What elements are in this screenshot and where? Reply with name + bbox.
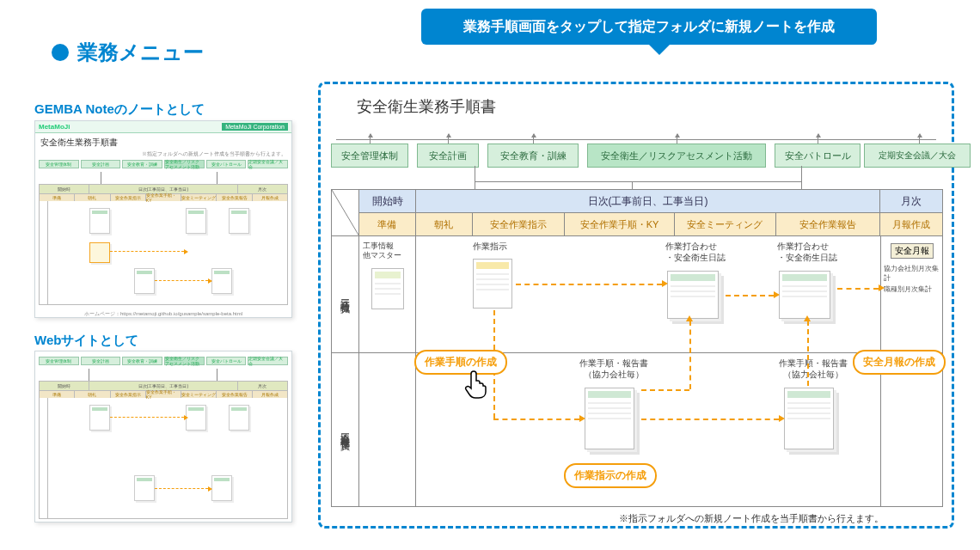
matrix-row-label: 協力会社ー職長・作業員 xyxy=(339,425,352,435)
matrix-sub-geppo: 月報作成 xyxy=(880,213,942,236)
matrix-sub-ky: 安全作業手順・KY xyxy=(565,213,675,236)
subtitle-gemba: GEMBA Noteのノートとして xyxy=(34,101,205,118)
matrix-row-label: 元請会社ー職員 xyxy=(339,291,352,297)
thumb-gemba-topbar: MetaMoJi MetaMoJi Corporation xyxy=(35,121,291,133)
tab-安全管理体制[interactable]: 安全管理体制 xyxy=(331,144,408,168)
thumb-connector xyxy=(35,369,291,381)
matrix-sub-chorei: 朝礼 xyxy=(416,213,473,236)
banner-callout-text: 業務手順画面をタップして指定フォルダに新規ノートを作成 xyxy=(463,18,835,36)
doc-作業指示[interactable] xyxy=(473,259,512,309)
svg-line-0 xyxy=(332,190,359,236)
mini-tab: 安全管理体制 xyxy=(39,357,79,365)
bubble-安全月報の作成[interactable]: 安全月報の作成 xyxy=(853,350,946,375)
mini-tab: 安全衛生／リスクアセスメント活動 xyxy=(164,357,205,365)
mini-tab: 定期安全会議／大会 xyxy=(248,357,288,365)
thumb-gemba-title: 安全衛生業務手順書 xyxy=(35,133,291,150)
mm-side xyxy=(40,398,48,518)
item-rep-label-2: 作業手順・報告書（協力会社毎） xyxy=(762,358,865,380)
matrix-row-motouke: 元請会社ー職員 工事情報他マスター 安全月報 協力会社別月次集計 職種別月次集計… xyxy=(332,236,942,353)
tab-安全教育訓練[interactable]: 安全教育・訓練 xyxy=(487,144,579,168)
mm-head: 月次 xyxy=(238,382,287,390)
item-uchi-label-2: 作業打合わせ・安全衛生日誌 xyxy=(777,241,837,263)
matrix-head-start: 開始時 xyxy=(359,190,416,213)
mini-tab: 安全衛生／リスクアセスメント活動 xyxy=(164,160,205,168)
mini-tab: 安全計画 xyxy=(81,160,121,168)
mm-sub: 安全作業報告 xyxy=(217,193,252,201)
mm-sub: 月報作成 xyxy=(253,390,287,398)
thumb-gemba-tabs: 安全管理体制 安全計画 安全教育・訓練 安全衛生／リスクアセスメント活動 安全パ… xyxy=(35,160,291,172)
footnote: ※指示フォルダへの新規ノート作成を当手順書から行えます。 xyxy=(619,512,954,543)
pointer-icon xyxy=(464,370,490,399)
doc-打合わせ1[interactable] xyxy=(667,271,719,319)
tab-安全パトロール[interactable]: 安全パトロール xyxy=(775,144,861,168)
item-geppo-line2: 職種別月次集計 xyxy=(881,283,942,296)
matrix-head-month: 月次 xyxy=(880,190,942,213)
mini-tab: 安全パトロール xyxy=(206,357,247,365)
tab-安全計画[interactable]: 安全計画 xyxy=(417,144,479,168)
subtitle-web: Webサイトとして xyxy=(34,333,138,349)
item-geppo-line1: 協力会社別月次集計 xyxy=(881,260,942,283)
item-rep-label-1: 作業手順・報告書（協力会社毎） xyxy=(562,358,665,380)
tab-定期安全会議[interactable]: 定期安全会議／大会 xyxy=(864,144,971,168)
mm-head: 月次 xyxy=(238,185,287,193)
doc-打合わせ2[interactable] xyxy=(779,271,830,319)
mini-tab: 安全管理体制 xyxy=(39,160,79,168)
mm-sub: 準備 xyxy=(40,390,75,398)
doc-報告書1[interactable] xyxy=(585,388,634,449)
mm-sub: 朝礼 xyxy=(75,390,110,398)
thumb-web-matrix: 開始時 日次(工事前日、工事当日) 月次 準備 朝礼 安全作業指示 安全作業手順… xyxy=(39,381,288,519)
matrix-corner xyxy=(332,190,359,236)
mini-tab: 定期安全会議／大会 xyxy=(248,160,288,168)
mm-head: 開始時 xyxy=(40,185,89,193)
mm-side xyxy=(40,201,48,304)
matrix-sub-report: 安全作業報告 xyxy=(776,213,881,236)
thumb-gemba: MetaMoJi MetaMoJi Corporation 安全衛生業務手順書 … xyxy=(34,120,292,318)
thumb-gemba-matrix: 開始時 日次(工事前日、工事当日) 月次 準備 朝礼 安全作業指示 安全作業手順… xyxy=(39,184,288,305)
thumb-corp-label: MetaMoJi Corporation xyxy=(222,123,288,131)
thumb-web-tabs: 安全管理体制 安全計画 安全教育・訓練 安全衛生／リスクアセスメント活動 安全パ… xyxy=(35,351,291,369)
mm-sub: 安全ミーティング xyxy=(181,193,217,201)
section-title: 業務メニュー xyxy=(77,39,204,66)
mm-sub: 安全作業指示 xyxy=(111,390,146,398)
matrix-sub-shiji: 安全作業指示 xyxy=(473,213,566,236)
matrix-sub-prep: 準備 xyxy=(359,213,416,236)
mm-head: 開始時 xyxy=(40,382,89,390)
bullet-icon xyxy=(52,44,69,61)
item-sji-label: 作業指示 xyxy=(473,241,507,253)
thumb-connector xyxy=(35,172,291,184)
matrix-sub-mtg: 安全ミーティング xyxy=(675,213,776,236)
doc-報告書2[interactable] xyxy=(784,388,834,449)
item-master-label: 工事情報他マスター xyxy=(359,236,415,266)
doc-icon[interactable] xyxy=(371,268,404,309)
tab-connector xyxy=(475,166,801,190)
thumb-brand-label: MetaMoJi xyxy=(39,123,70,131)
mm-sub: 安全作業手順・KY xyxy=(146,390,181,398)
mini-tab: 安全教育・訓練 xyxy=(122,160,162,168)
mini-tab: 安全パトロール xyxy=(206,160,247,168)
bubble-作業手順の作成[interactable]: 作業手順の作成 xyxy=(414,350,507,375)
thumb-gemba-footer: ホームページ：https://metamoji.github.io/gusamp… xyxy=(35,309,291,321)
mini-tab: 安全教育・訓練 xyxy=(122,357,162,365)
tab-安全衛生リスク[interactable]: 安全衛生／リスクアセスメント活動 xyxy=(587,144,766,168)
workflow-matrix: 開始時 日次(工事前日、工事当日) 月次 準備 朝礼 安全作業指示 安全作業手順… xyxy=(331,189,943,507)
mini-tab: 安全計画 xyxy=(81,357,121,365)
thumb-web: 安全管理体制 安全計画 安全教育・訓練 安全衛生／リスクアセスメント活動 安全パ… xyxy=(34,351,292,522)
matrix-head-daily: 日次(工事前日、工事当日) xyxy=(416,190,880,213)
bubble-作業指示の作成[interactable]: 作業指示の作成 xyxy=(564,463,657,488)
mm-sub: 安全作業指示 xyxy=(111,193,146,201)
mm-sub: 安全ミーティング xyxy=(181,390,217,398)
item-geppo-label[interactable]: 安全月報 xyxy=(891,243,934,259)
banner-callout: 業務手順画面をタップして指定フォルダに新規ノートを作成 xyxy=(421,9,877,45)
section-heading: 業務メニュー xyxy=(52,39,204,66)
main-workflow-title: 安全衛生業務手順書 xyxy=(357,96,496,117)
mm-sub: 朝礼 xyxy=(75,193,110,201)
mm-sub: 安全作業報告 xyxy=(217,390,252,398)
mm-sub: 月報作成 xyxy=(253,193,287,201)
mm-sub: 準備 xyxy=(40,193,75,201)
mm-sub: 安全作業手順・KY xyxy=(146,193,181,201)
item-uchi-label-1: 作業打合わせ・安全衛生日誌 xyxy=(665,241,726,263)
